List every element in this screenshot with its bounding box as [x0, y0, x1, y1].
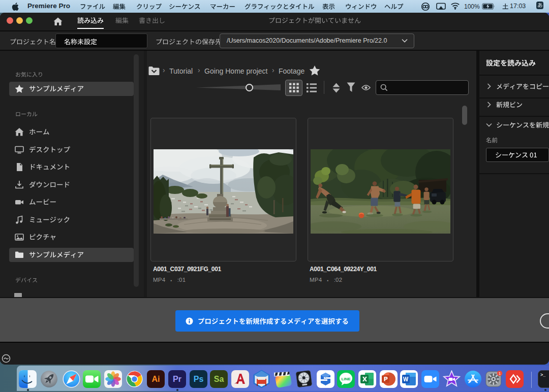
- svg-text:1: 1: [499, 371, 501, 376]
- svg-text:LINE: LINE: [341, 377, 351, 381]
